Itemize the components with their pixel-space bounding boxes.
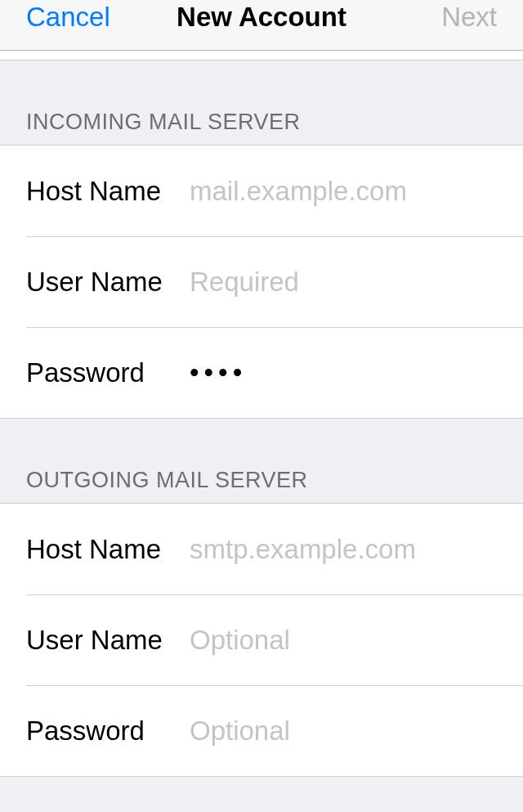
incoming-user-row: User Name: [0, 236, 523, 327]
outgoing-pass-label: Password: [26, 716, 190, 747]
outgoing-host-label: Host Name: [26, 534, 190, 565]
next-button[interactable]: Next: [441, 0, 497, 33]
incoming-pass-row: Password ••••: [0, 327, 523, 418]
navbar: Cancel New Account Next: [0, 0, 523, 51]
outgoing-user-row: User Name: [0, 594, 523, 685]
spacer: [0, 51, 523, 61]
incoming-header: INCOMING MAIL SERVER: [0, 61, 523, 145]
incoming-host-input[interactable]: [190, 176, 523, 207]
cancel-button[interactable]: Cancel: [26, 0, 110, 33]
outgoing-pass-row: Password: [0, 685, 523, 776]
incoming-host-row: Host Name: [0, 146, 523, 236]
incoming-host-label: Host Name: [26, 176, 190, 207]
incoming-user-input[interactable]: [190, 267, 523, 298]
outgoing-user-label: User Name: [26, 625, 190, 656]
outgoing-user-input[interactable]: [190, 625, 523, 656]
outgoing-header: OUTGOING MAIL SERVER: [0, 419, 523, 503]
incoming-user-label: User Name: [26, 267, 190, 298]
outgoing-host-row: Host Name: [0, 504, 523, 594]
outgoing-group: Host Name User Name Password: [0, 503, 523, 777]
incoming-pass-input[interactable]: ••••: [190, 357, 523, 388]
incoming-group: Host Name User Name Password ••••: [0, 145, 523, 419]
outgoing-host-input[interactable]: [190, 534, 523, 565]
incoming-pass-label: Password: [26, 357, 190, 388]
outgoing-pass-input[interactable]: [190, 716, 523, 747]
